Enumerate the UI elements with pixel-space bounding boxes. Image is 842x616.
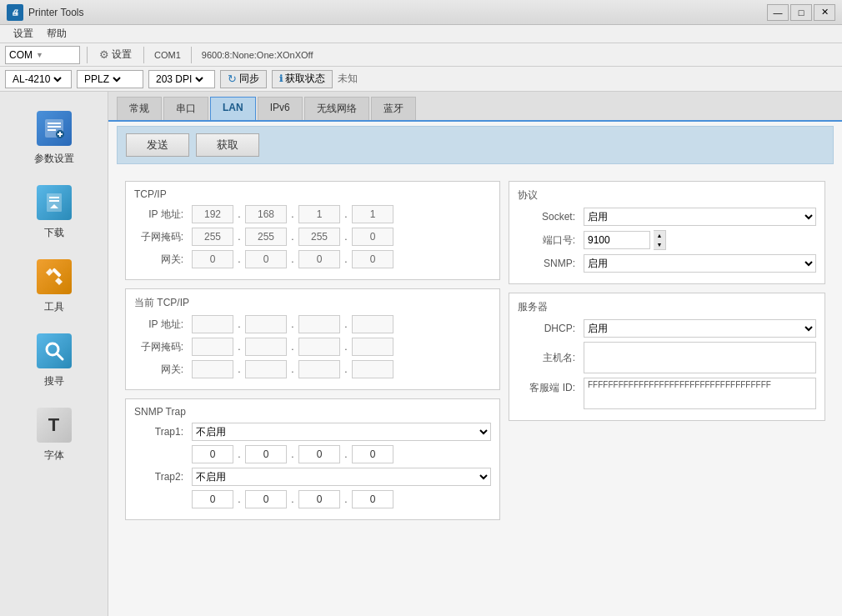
- trap1-select[interactable]: 不启用: [192, 423, 491, 441]
- download-label: 下载: [44, 226, 64, 240]
- trap2-ip-3[interactable]: [298, 490, 340, 508]
- trap1-ip-4[interactable]: [352, 445, 393, 463]
- minimize-button[interactable]: —: [767, 4, 789, 21]
- maximize-button[interactable]: □: [790, 4, 812, 21]
- current-ip-1[interactable]: [192, 315, 233, 333]
- sidebar: 参数设置 下载: [0, 92, 108, 616]
- current-ip-3[interactable]: [298, 315, 340, 333]
- trap1-ip-1[interactable]: [192, 445, 233, 463]
- trap2-ip-fields: . . .: [192, 490, 491, 508]
- sidebar-item-tools[interactable]: 工具: [0, 248, 108, 323]
- snmp-label: SNMP:: [518, 258, 580, 269]
- subnet-field-3[interactable]: [298, 228, 340, 246]
- sidebar-item-params[interactable]: 参数设置: [0, 100, 108, 174]
- close-button[interactable]: ✕: [814, 4, 835, 21]
- port-down-button[interactable]: ▼: [654, 240, 665, 249]
- trap2-ip-1[interactable]: [192, 490, 233, 508]
- get-status-button[interactable]: ℹ 获取状态: [272, 70, 333, 88]
- current-subnet-3[interactable]: [298, 338, 340, 356]
- hostname-input[interactable]: [584, 342, 816, 373]
- tcp-ip-section: TCP/IP IP 地址: . . .: [125, 181, 500, 280]
- socket-select[interactable]: 启用 禁用: [584, 208, 816, 226]
- params-icon: [37, 111, 72, 146]
- ip-field-3[interactable]: [298, 205, 340, 223]
- fetch-button[interactable]: 获取: [196, 133, 259, 157]
- current-gw-4[interactable]: [352, 360, 393, 378]
- gateway-field-2[interactable]: [245, 250, 287, 268]
- tab-serial[interactable]: 串口: [163, 97, 208, 120]
- send-button[interactable]: 发送: [126, 133, 189, 157]
- menu-settings[interactable]: 设置: [7, 25, 40, 43]
- current-subnet-1[interactable]: [192, 338, 233, 356]
- menu-help[interactable]: 帮助: [40, 25, 73, 43]
- current-gateway-row: 网关: . . .: [134, 360, 491, 378]
- trap1-ip-2[interactable]: [245, 445, 287, 463]
- sidebar-item-font[interactable]: T 字体: [0, 397, 108, 471]
- dhcp-select[interactable]: 启用 禁用: [584, 319, 816, 338]
- language-combo[interactable]: PPLZ: [77, 70, 143, 88]
- current-gw-1[interactable]: [192, 360, 233, 378]
- current-gw-2[interactable]: [245, 360, 287, 378]
- gateway-field-1[interactable]: [192, 250, 233, 268]
- params-label: 参数设置: [34, 152, 74, 166]
- gateway-row: 网关: . . .: [134, 250, 491, 268]
- gateway-field-3[interactable]: [298, 250, 340, 268]
- current-tcp-ip-title: 当前 TCP/IP: [134, 296, 491, 310]
- ip-row: IP 地址: . . .: [134, 205, 491, 223]
- current-ip-4[interactable]: [352, 315, 393, 333]
- tab-normal[interactable]: 常规: [117, 97, 162, 120]
- tab-wireless[interactable]: 无线网络: [304, 97, 369, 120]
- language-select[interactable]: PPLZ: [81, 73, 123, 86]
- trap1-row: Trap1: 不启用: [134, 423, 491, 441]
- port-input[interactable]: [584, 231, 650, 249]
- sidebar-item-search[interactable]: 搜寻: [0, 323, 108, 397]
- com-dropdown[interactable]: COM ▼: [5, 46, 80, 64]
- toolbar1: COM ▼ ⚙ 设置 COM1 9600:8:None:One:XOnXOff: [0, 43, 842, 67]
- gateway-fields: . . .: [192, 250, 491, 268]
- svg-rect-8: [49, 197, 59, 198]
- gateway-field-4[interactable]: [352, 250, 393, 268]
- toolbar1-sep3: [191, 47, 192, 63]
- model-combo[interactable]: AL-4210: [5, 70, 72, 88]
- search-icon-container: [34, 331, 74, 371]
- current-subnet-4[interactable]: [352, 338, 393, 356]
- baud-info: 9600:8:None:One:XOnXOff: [198, 50, 317, 60]
- hostname-row: 主机名:: [518, 342, 816, 373]
- svg-rect-1: [48, 123, 61, 124]
- settings-button[interactable]: ⚙ 设置: [94, 46, 137, 63]
- trap2-ip-4[interactable]: [352, 490, 393, 508]
- subnet-field-2[interactable]: [245, 228, 287, 246]
- ip-field-1[interactable]: [192, 205, 233, 223]
- ip-field-4[interactable]: [352, 205, 393, 223]
- current-ip-2[interactable]: [245, 315, 287, 333]
- snmp-select[interactable]: 启用 禁用: [584, 254, 816, 273]
- ip-field-2[interactable]: [245, 205, 287, 223]
- info-icon: ℹ: [279, 73, 283, 84]
- svg-rect-9: [49, 200, 59, 202]
- subnet-field-1[interactable]: [192, 228, 233, 246]
- trap1-ip-3[interactable]: [298, 445, 340, 463]
- svg-rect-6: [58, 133, 63, 135]
- current-gw-3[interactable]: [298, 360, 340, 378]
- sync-button[interactable]: ↻ 同步: [220, 70, 267, 88]
- tab-ipv6[interactable]: IPv6: [258, 97, 303, 120]
- port-up-button[interactable]: ▲: [654, 231, 665, 240]
- subnet-field-4[interactable]: [352, 228, 393, 246]
- sidebar-item-download[interactable]: 下载: [0, 174, 108, 248]
- get-status-label: 获取状态: [285, 72, 325, 86]
- dpi-combo[interactable]: 203 DPI: [148, 70, 215, 88]
- toolbar2: AL-4210 PPLZ 203 DPI ↻ 同步 ℹ 获取状态 未知: [0, 67, 842, 92]
- svg-rect-2: [48, 126, 61, 128]
- search-icon: [37, 333, 72, 368]
- app-logo: 🖨: [7, 4, 23, 21]
- tab-bluetooth[interactable]: 蓝牙: [371, 97, 416, 120]
- com-label: COM: [9, 49, 33, 61]
- tab-lan[interactable]: LAN: [210, 97, 256, 120]
- download-icon: [37, 185, 72, 220]
- current-subnet-2[interactable]: [245, 338, 287, 356]
- dpi-select[interactable]: 203 DPI: [153, 73, 206, 86]
- trap2-ip-2[interactable]: [245, 490, 287, 508]
- model-select[interactable]: AL-4210: [9, 73, 64, 86]
- client-id-row: 客服端 ID: FFFFFFFFFFFFFFFFFFFFFFFFFFFFFFFF…: [518, 378, 816, 409]
- trap2-select[interactable]: 不启用: [192, 468, 491, 486]
